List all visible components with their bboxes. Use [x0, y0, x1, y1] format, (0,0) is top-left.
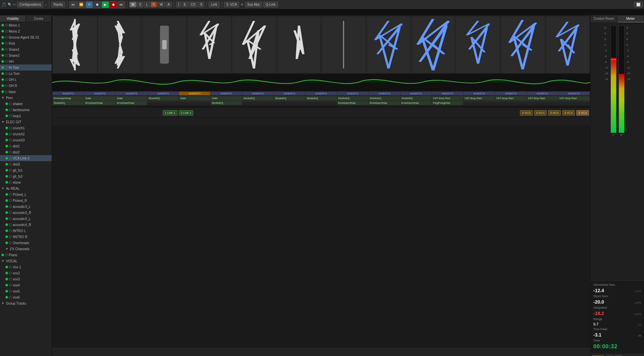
sidebar-item-hi-tom[interactable]: Hi Tom: [0, 64, 52, 71]
visibility-dot2[interactable]: [9, 175, 12, 178]
insert-slot-8-0[interactable]: StudioEQ: [306, 96, 337, 100]
visibility-dot[interactable]: [1, 54, 4, 57]
sidebar-item-overheads[interactable]: Overheads: [0, 240, 52, 246]
mode-r[interactable]: R: [151, 2, 157, 7]
visibility-dot2[interactable]: [9, 235, 12, 238]
visibility-dot2[interactable]: [5, 66, 8, 69]
sidebar-item-kick[interactable]: Kick: [0, 40, 52, 46]
visibility-dot2[interactable]: [5, 42, 8, 45]
visibility-dot[interactable]: [5, 284, 8, 286]
sidebar-item-group-tracks[interactable]: ▼Group Tracks: [0, 300, 52, 306]
insert-slot-0-0[interactable]: EnvelopeShap: [53, 96, 84, 100]
insert-slot-16-1[interactable]: [558, 101, 590, 102]
tab-meter[interactable]: Meter: [618, 15, 644, 23]
sidebar-item-bass[interactable]: bass: [0, 89, 52, 95]
visibility-dot[interactable]: [5, 223, 8, 226]
insert-slot-15-1[interactable]: [527, 101, 558, 102]
vca4-button[interactable]: 3 VCA: [562, 110, 575, 116]
sidebar-item-lo-tom[interactable]: Lo Tom: [0, 71, 52, 77]
sidebar-item-fx-channels[interactable]: ▼FX Channels: [0, 246, 52, 252]
rewind-button[interactable]: ⏮: [69, 1, 77, 8]
insert-slot-5-0[interactable]: Gate: [211, 96, 242, 100]
visibility-dot2[interactable]: [9, 296, 12, 299]
visibility-dot[interactable]: [1, 78, 4, 81]
sidebar-item-elec-git[interactable]: ▼ELEC GIT: [0, 119, 52, 125]
fast-forward-button[interactable]: ⏭: [118, 1, 125, 8]
visibility-dot2[interactable]: [9, 272, 12, 274]
sidebar-item-shaker[interactable]: shaker: [0, 101, 52, 107]
sidebar-item-ac-real[interactable]: ▼Ac REAL: [0, 185, 52, 191]
insert-slot-6-0[interactable]: StudioEQ: [242, 96, 273, 100]
insert-slot-12-1[interactable]: PingPongDela: [432, 101, 463, 105]
tab-zones[interactable]: Zones: [26, 15, 52, 22]
visibility-dot[interactable]: [5, 151, 8, 153]
insert-slot-3-1[interactable]: [148, 101, 179, 102]
visibility-dot[interactable]: [5, 211, 8, 214]
visibility-dot2[interactable]: [9, 266, 12, 268]
mode-a[interactable]: A: [166, 2, 172, 7]
visibility-dot2[interactable]: [9, 169, 12, 172]
visibility-dot2[interactable]: [9, 181, 12, 184]
sidebar-item-snare1[interactable]: Snare1: [0, 46, 52, 52]
insert-slot-9-0[interactable]: StudioEQ: [337, 96, 368, 100]
loop-button[interactable]: ⟳: [86, 1, 93, 8]
mode-s2[interactable]: S: [198, 2, 205, 7]
sidebar-item-acoustic4_r[interactable]: acoustic4_R: [0, 222, 52, 228]
insert-slot-1-0[interactable]: Gate: [84, 96, 115, 100]
visibility-dot[interactable]: [5, 290, 8, 293]
visibility-dot[interactable]: [5, 169, 8, 172]
visibility-dot2[interactable]: [5, 254, 8, 256]
mode-s[interactable]: S: [137, 2, 144, 7]
insert-slot-2-0[interactable]: Gate: [116, 96, 147, 100]
visibility-dot2[interactable]: [9, 241, 12, 244]
visibility-dot[interactable]: [5, 145, 8, 147]
visibility-dot[interactable]: [5, 205, 8, 208]
visibility-dot[interactable]: [1, 90, 4, 93]
visibility-dot2[interactable]: [9, 229, 12, 232]
insert-slot-4-1[interactable]: [179, 101, 210, 102]
sidebar-item-picked_l[interactable]: Picked_L: [0, 191, 52, 197]
vca5-button[interactable]: 3 VCA: [576, 110, 589, 116]
visibility-dot[interactable]: [1, 84, 4, 87]
sidebar-item-acoustic4_l[interactable]: acoustic4_L: [0, 216, 52, 222]
visibility-dot2[interactable]: [9, 211, 12, 214]
mode-cs[interactable]: CS: [189, 2, 198, 7]
visibility-dot2[interactable]: [9, 290, 12, 293]
visibility-dot[interactable]: [5, 235, 8, 238]
sidebar-item-dist2[interactable]: dist2: [0, 149, 52, 155]
visibility-dot[interactable]: [5, 296, 8, 299]
visibility-dot[interactable]: [1, 72, 4, 75]
visibility-dot[interactable]: [5, 272, 8, 274]
sidebar-item-loop1[interactable]: loop1: [0, 113, 52, 119]
visibility-dot2[interactable]: [9, 127, 12, 129]
sidebar-item-vox6[interactable]: vox6: [0, 294, 52, 300]
visibility-dot2[interactable]: [9, 205, 12, 208]
sidebar-item-hh[interactable]: HH: [0, 58, 52, 64]
mode-w[interactable]: W: [158, 2, 165, 7]
visibility-dot[interactable]: [5, 163, 8, 166]
sidebar-item-vca-link-3[interactable]: VCA Link 3: [0, 155, 52, 161]
visibility-dot[interactable]: [1, 24, 4, 27]
play-button[interactable]: ▶: [102, 1, 109, 8]
visibility-dot2[interactable]: [5, 78, 8, 81]
mode-i[interactable]: I: [176, 2, 181, 7]
configurations-button[interactable]: Configurations: [17, 2, 43, 7]
visibility-dot2[interactable]: [9, 151, 12, 153]
fast-rewind-button[interactable]: ⏪: [77, 1, 85, 8]
visibility-dot[interactable]: [1, 48, 4, 51]
insert-slot-13-0[interactable]: VST Amp Raci: [464, 96, 495, 100]
insert-slot-10-0[interactable]: StudioEQ: [369, 96, 400, 100]
sidebar-item-git_fx2[interactable]: git_fx2: [0, 173, 52, 179]
undo-icon[interactable]: ↩: [13, 3, 16, 6]
visibility-dot2[interactable]: [5, 54, 8, 57]
sidebar-item-vox5[interactable]: vox5: [0, 288, 52, 294]
vca2-button[interactable]: 3 VCA: [534, 110, 547, 116]
insert-slot-16-0[interactable]: VST Amp Raci: [558, 96, 590, 100]
visibility-dot[interactable]: [5, 193, 8, 196]
sidebar-item-mono-1[interactable]: Mono 1: [0, 22, 52, 28]
insert-slot-4-0[interactable]: Gate: [179, 96, 210, 100]
visibility-dot2[interactable]: [9, 163, 12, 166]
visibility-dot2[interactable]: [5, 24, 8, 27]
vca3-button[interactable]: 3 VCA: [548, 110, 561, 116]
tab-control-room[interactable]: Control Room: [591, 15, 618, 23]
